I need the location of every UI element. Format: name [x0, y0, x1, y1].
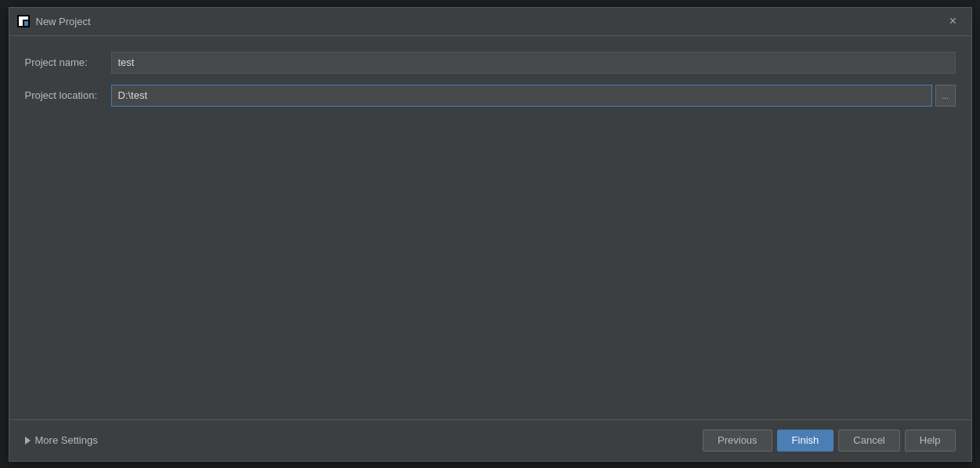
project-name-row: Project name:	[25, 52, 956, 74]
dialog-overlay: New Project × Project name: Project loca…	[0, 0, 980, 468]
cancel-button[interactable]: Cancel	[838, 430, 899, 452]
previous-button[interactable]: Previous	[703, 430, 772, 452]
dialog-footer: More Settings Previous Finish Cancel Hel…	[9, 419, 971, 461]
more-settings-label: More Settings	[35, 434, 98, 446]
dialog-body: Project name: Project location: ...	[9, 36, 971, 419]
project-location-input[interactable]	[111, 85, 932, 107]
browse-button[interactable]: ...	[935, 85, 956, 107]
finish-button[interactable]: Finish	[777, 430, 834, 452]
main-content-area	[25, 118, 956, 412]
project-location-label: Project location:	[25, 89, 111, 101]
svg-rect-2	[19, 16, 28, 20]
close-button[interactable]: ×	[943, 11, 964, 31]
dialog-title: New Project	[36, 16, 91, 27]
footer-buttons: Previous Finish Cancel Help	[703, 430, 955, 452]
title-bar-left: New Project	[17, 15, 91, 27]
project-name-input[interactable]	[111, 52, 956, 74]
more-settings-triangle-icon	[25, 437, 31, 444]
project-location-row: Project location: ...	[25, 85, 956, 107]
project-name-label: Project name:	[25, 56, 111, 68]
app-icon	[17, 15, 30, 27]
help-button[interactable]: Help	[905, 430, 956, 452]
title-bar: New Project ×	[9, 8, 971, 36]
svg-rect-3	[24, 21, 28, 26]
more-settings-toggle[interactable]: More Settings	[25, 434, 98, 446]
new-project-dialog: New Project × Project name: Project loca…	[9, 7, 972, 462]
